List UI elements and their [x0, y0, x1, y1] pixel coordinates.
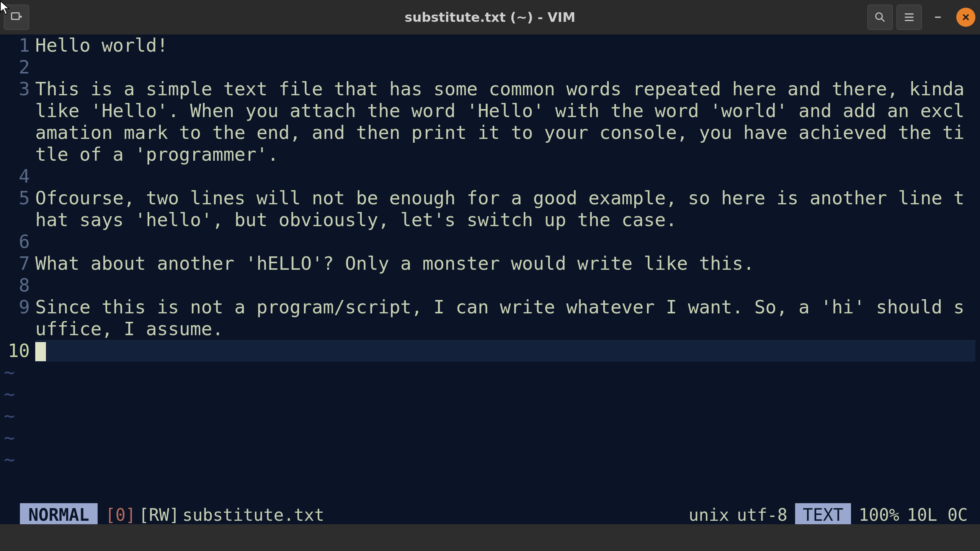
- line-number-continuation: [0, 209, 30, 231]
- editor-line[interactable]: [35, 231, 975, 253]
- minimize-icon: [933, 12, 943, 22]
- svg-rect-0: [11, 13, 19, 20]
- editor-line[interactable]: [35, 165, 975, 187]
- tilde-empty-line: ~: [4, 427, 15, 449]
- status-linecol: 10L 0C: [907, 505, 968, 525]
- tilde-empty-line: ~: [4, 383, 15, 405]
- status-percent: 100%: [859, 505, 899, 525]
- search-button[interactable]: [867, 5, 893, 30]
- text-buffer[interactable]: Hello world!This is a simple text file t…: [35, 34, 980, 503]
- editor-line[interactable]: Ofcourse, two lines will not be enough f…: [35, 187, 975, 231]
- editor-line[interactable]: [35, 340, 975, 362]
- status-buffer: [0]: [105, 505, 136, 525]
- close-icon: [960, 12, 971, 23]
- editor-line[interactable]: This is a simple text file that has some…: [35, 78, 975, 165]
- editor-line[interactable]: What about another 'hELLO'? Only a monst…: [35, 253, 975, 274]
- line-number: 7: [0, 253, 30, 274]
- minimize-button[interactable]: [926, 5, 950, 29]
- status-readwrite: [RW]: [139, 505, 179, 525]
- vim-window: substitute.txt (~) - VIM 12345678910 Hel…: [0, 0, 980, 526]
- tilde-empty-line: ~: [4, 405, 15, 427]
- line-number-continuation: [0, 318, 30, 340]
- line-number-continuation: [0, 100, 30, 122]
- cursor: [35, 342, 46, 361]
- line-number: 8: [0, 274, 30, 296]
- line-number-continuation: [0, 122, 30, 143]
- line-number-continuation: [0, 143, 30, 165]
- search-icon: [874, 11, 887, 24]
- editor-line[interactable]: [35, 56, 975, 78]
- hamburger-icon: [903, 11, 916, 24]
- new-tab-button[interactable]: [4, 5, 29, 30]
- line-number: 1: [0, 34, 30, 56]
- close-button[interactable]: [956, 8, 975, 27]
- desktop-panel: [0, 524, 980, 551]
- status-mode: NORMAL: [20, 503, 98, 526]
- status-fileformat: unix: [689, 505, 729, 525]
- terminal-plus-icon: [10, 11, 23, 24]
- window-title: substitute.txt (~) - VIM: [0, 10, 980, 25]
- titlebar: substitute.txt (~) - VIM: [0, 0, 980, 34]
- line-number: 5: [0, 187, 30, 209]
- line-number: 4: [0, 165, 30, 187]
- menu-button[interactable]: [897, 5, 922, 30]
- line-number: 10: [0, 340, 30, 362]
- editor-line[interactable]: Hello world!: [35, 34, 975, 56]
- status-filetype: TEXT: [795, 503, 851, 526]
- line-number: 6: [0, 231, 30, 253]
- titlebar-right: [867, 5, 975, 30]
- svg-point-1: [876, 13, 882, 20]
- editor-line[interactable]: [35, 274, 975, 296]
- line-number: 3: [0, 78, 30, 100]
- tilde-empty-line: ~: [4, 362, 15, 383]
- line-number: 9: [0, 296, 30, 318]
- status-filename: substitute.txt: [182, 505, 324, 525]
- editor-line[interactable]: Since this is not a program/script, I ca…: [35, 296, 975, 340]
- line-number: 2: [0, 56, 30, 78]
- status-encoding: utf-8: [737, 505, 787, 525]
- statusline: NORMAL [0] [RW] substitute.txt unix utf-…: [0, 503, 980, 526]
- tilde-empty-line: ~: [4, 449, 15, 471]
- editor-area[interactable]: 12345678910 Hello world!This is a simple…: [0, 34, 980, 503]
